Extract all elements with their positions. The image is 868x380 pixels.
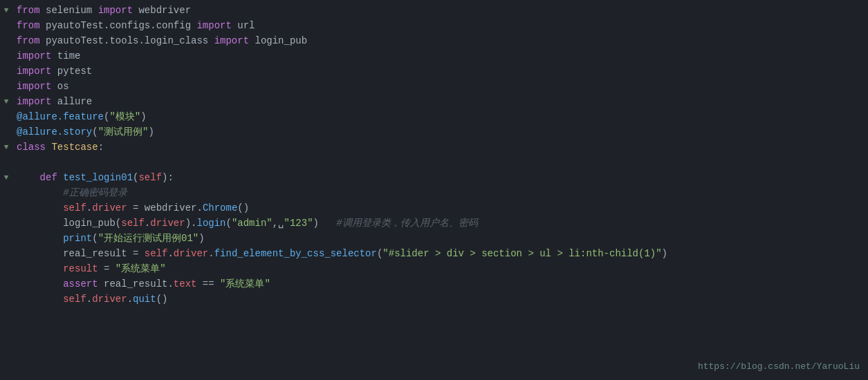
code-line: login_pub(self.driver).login("admin",␣"1… [0, 216, 868, 231]
string-token: "123" [284, 218, 313, 229]
plain-token: . [167, 248, 173, 259]
plain-token: pyautoTest.configs.config [40, 20, 197, 31]
code-line: self.driver.quit() [0, 292, 868, 307]
code-line: from pyautoTest.configs.config import ur… [0, 18, 868, 33]
plain-token: ): [162, 172, 174, 183]
code-line: import os [0, 79, 868, 94]
comment-token: #调用登录类，传入用户名、密码 [336, 218, 477, 229]
fold-icon[interactable]: ▼ [4, 94, 9, 109]
plain-token: pyautoTest.tools.login_class [40, 35, 214, 46]
plain-token: pytest [51, 66, 92, 77]
line-code: import time [14, 48, 868, 64]
kw-token: import [98, 5, 133, 16]
string-token: "系统菜单" [220, 278, 270, 289]
plain-token: login_pub( [17, 218, 121, 229]
plain-token: webdriver [133, 5, 191, 16]
kw-token: assert [63, 278, 98, 289]
plain-token: os [51, 81, 68, 92]
code-line: real_result = self.driver.find_element_b… [0, 246, 868, 261]
kw-token: import [17, 66, 51, 77]
fold-icon[interactable]: ▼ [4, 170, 9, 185]
plain-token [17, 233, 63, 244]
line-code: import os [14, 79, 868, 94]
attr-token: text [174, 278, 197, 289]
plain-token: allure [51, 96, 92, 107]
string-token: "admin" [232, 218, 273, 229]
code-line: ▼ def test_login01(self): [0, 170, 868, 185]
decorator-token: @allure.story [17, 126, 92, 137]
plain-token: selenium [40, 5, 98, 16]
fold-icon[interactable]: ▼ [4, 3, 9, 18]
plain-token: ( [226, 218, 232, 229]
comment-token: #正确密码登录 [63, 187, 127, 198]
attr-token: driver [92, 294, 127, 305]
plain-token: : [98, 142, 104, 153]
code-editor: ▼from selenium import webdriverfrom pyau… [0, 0, 868, 380]
kw-token: def [40, 172, 57, 183]
param-token: self [121, 218, 145, 229]
line-code: login_pub(self.driver).login("admin",␣"1… [14, 216, 868, 231]
plain-token [17, 202, 63, 213]
line-code: self.driver = webdriver.Chrome() [14, 200, 868, 216]
string-token: "#slider > div > section > ul > li:nth-c… [382, 248, 661, 259]
fn-token: Chrome [203, 202, 237, 213]
kw-token: from [17, 5, 40, 16]
string-token: "开始运行测试用例01" [98, 233, 199, 244]
plain-token: ( [92, 126, 98, 137]
line-code: #正确密码登录 [14, 185, 868, 200]
kw-token: import [214, 35, 249, 46]
plain-token: . [208, 248, 214, 259]
line-code: from pyautoTest.configs.config import ur… [14, 18, 868, 33]
param-token: self [63, 202, 86, 213]
fn-token: find_element_by_css_selector [214, 248, 377, 259]
plain-token: ) [140, 111, 146, 122]
kw-token: class [17, 142, 46, 153]
code-line: ▼import allure [0, 94, 868, 109]
plain-token: ) [198, 233, 204, 244]
line-gutter: ▼ [0, 170, 14, 185]
line-code: import pytest [14, 64, 868, 79]
string-token: "系统菜单" [116, 263, 166, 274]
plain-token: . [86, 294, 92, 305]
plain-token: == [196, 278, 220, 289]
fold-icon[interactable]: ▼ [4, 140, 9, 155]
line-code: @allure.story("测试用例") [14, 124, 868, 140]
plain-token: ). [185, 218, 197, 229]
plain-token: () [237, 202, 249, 213]
plain-token: ) [148, 126, 154, 137]
kw-token: import [17, 50, 51, 61]
plain-token: real_result. [98, 278, 174, 289]
code-line: import time [0, 48, 868, 64]
plain-token: . [86, 202, 92, 213]
line-gutter: ▼ [0, 94, 14, 109]
plain-token: . [127, 294, 133, 305]
code-line: import pytest [0, 64, 868, 79]
line-code: class Testcase: [14, 140, 868, 155]
param-token: self [145, 248, 168, 259]
cn-token: Testcase [51, 142, 98, 153]
line-code: assert real_result.text == "系统菜单" [14, 276, 868, 292]
code-line: from pyautoTest.tools.login_class import… [0, 33, 868, 48]
fn-token: test_login01 [63, 172, 133, 183]
code-line: ▼from selenium import webdriver [0, 3, 868, 18]
line-code: print("开始运行测试用例01") [14, 231, 868, 246]
code-line: self.driver = webdriver.Chrome() [0, 200, 868, 216]
code-line: assert real_result.text == "系统菜单" [0, 276, 868, 292]
plain-token: time [51, 50, 80, 61]
string-token: "测试用例" [98, 126, 149, 137]
kw-token: from [17, 35, 40, 46]
plain-token [17, 294, 63, 305]
code-line: @allure.story("测试用例") [0, 124, 868, 140]
url-bar: https://blog.csdn.net/YaruoLiu [698, 359, 860, 374]
plain-token: . [145, 218, 150, 229]
line-gutter: ▼ [0, 140, 14, 155]
plain-token: ) [313, 218, 337, 229]
line-code: from pyautoTest.tools.login_class import… [14, 33, 868, 48]
string-token: "模块" [109, 111, 140, 122]
line-code: def test_login01(self): [14, 170, 868, 185]
attr-token: driver [150, 218, 185, 229]
plain-token [17, 187, 63, 198]
line-code: from selenium import webdriver [14, 3, 868, 18]
line-code: import allure [14, 94, 868, 109]
plain-token: real_result = [17, 248, 145, 259]
